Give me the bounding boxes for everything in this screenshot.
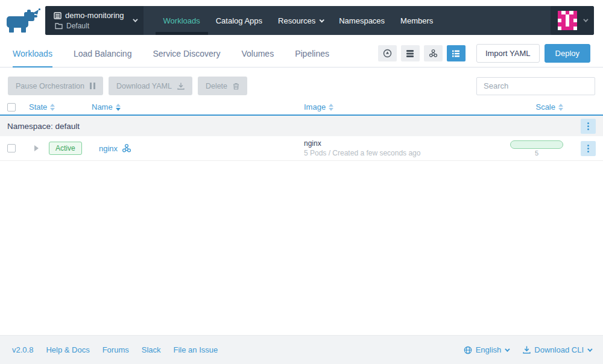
namespace-group-label: Namespace: default (7, 122, 80, 131)
namespace-menu-button[interactable] (581, 119, 596, 134)
chevron-down-icon (133, 17, 137, 22)
row-checkbox[interactable] (7, 144, 16, 152)
deploy-button[interactable]: Deploy (545, 44, 590, 63)
chevron-down-icon (583, 17, 588, 22)
footer-link-slack[interactable]: Slack (142, 345, 161, 354)
nav-item-resources[interactable]: Resources (270, 6, 331, 35)
bulk-actions-row: Pause Orchestration Download YAML Delete (0, 77, 603, 95)
select-all-checkbox[interactable] (7, 103, 16, 111)
list-view-icon[interactable] (447, 45, 466, 61)
tab-workloads[interactable]: Workloads (13, 40, 52, 67)
tab-service-discovery[interactable]: Service Discovery (153, 40, 220, 67)
tab-actions: Import YAML Deploy (378, 44, 590, 63)
stack-view-icon[interactable] (401, 45, 420, 61)
nav-item-workloads[interactable]: Workloads (156, 6, 208, 35)
nav-item-namespaces[interactable]: Namespaces (331, 6, 393, 35)
pause-orchestration-button[interactable]: Pause Orchestration (8, 77, 103, 95)
top-header: demo-monitoring Default Workloads Catalo… (0, 0, 603, 40)
download-cli-label: Download CLI (534, 345, 584, 354)
column-header-scale[interactable]: Scale (535, 102, 563, 111)
button-label: Pause Orchestration (16, 82, 84, 90)
workload-name-link[interactable]: nginx (99, 143, 131, 153)
nav-label: Workloads (163, 16, 200, 25)
sort-icon (329, 104, 333, 111)
cluster-project-selector[interactable]: demo-monitoring Default (45, 6, 144, 35)
language-selector[interactable]: English (464, 345, 509, 354)
section-tabbar: Workloads Load Balancing Service Discove… (0, 40, 603, 67)
chevron-down-icon (587, 347, 592, 351)
column-header-image[interactable]: Image (304, 102, 504, 111)
sort-icon (116, 104, 121, 111)
nav-label: Catalog Apps (216, 16, 262, 25)
workload-row-nginx: Active nginx nginx 5 Pods / Created a fe… (0, 136, 603, 161)
expand-row-icon[interactable] (34, 145, 39, 151)
download-cli-button[interactable]: Download CLI (523, 345, 591, 354)
cluster-project-labels: demo-monitoring Default (54, 11, 124, 30)
pod-view-icon[interactable] (378, 45, 397, 61)
user-menu[interactable] (551, 6, 594, 35)
scale-indicator: 5 (510, 140, 563, 157)
rancher-workloads-page: { "header": { "cluster": "demo-monitorin… (0, 0, 603, 364)
status-badge: Active (49, 142, 82, 155)
sort-icon (558, 104, 563, 111)
button-label: Download YAML (116, 82, 172, 90)
footer-link-help-docs[interactable]: Help & Docs (46, 345, 89, 354)
scale-bar (510, 140, 563, 149)
tab-load-balancing[interactable]: Load Balancing (74, 40, 132, 67)
nav-items: Workloads Catalog Apps Resources Namespa… (156, 6, 441, 35)
row-menu-button[interactable] (581, 141, 596, 156)
footer-right: English Download CLI (464, 345, 591, 354)
chevron-down-icon (505, 347, 510, 351)
hierarchy-view-icon[interactable] (424, 45, 443, 61)
column-label: Name (92, 102, 113, 111)
view-toggle-group (378, 45, 466, 61)
import-yaml-button[interactable]: Import YAML (476, 44, 540, 63)
scale-value: 5 (535, 149, 538, 157)
workload-name: nginx (99, 144, 118, 153)
search-input[interactable] (476, 77, 595, 95)
version-label: v2.0.8 (12, 345, 33, 354)
column-label: State (29, 102, 47, 111)
workload-type-icon (122, 143, 131, 153)
project-icon (55, 23, 63, 30)
table-header: State Name Image Scale (0, 99, 603, 116)
main-navbar: demo-monitoring Default Workloads Catalo… (45, 6, 594, 35)
rancher-logo (5, 7, 42, 34)
pause-icon (90, 83, 95, 89)
nav-item-catalog-apps[interactable]: Catalog Apps (208, 6, 270, 35)
chevron-down-icon (320, 17, 324, 22)
nav-label: Members (400, 16, 433, 25)
project-name: Default (66, 22, 89, 30)
footer-link-file-issue[interactable]: File an Issue (174, 345, 218, 354)
tab-volumes[interactable]: Volumes (241, 40, 274, 67)
globe-icon (464, 346, 472, 354)
column-header-state[interactable]: State (29, 102, 55, 111)
trash-icon (233, 83, 239, 90)
sort-icon (50, 104, 55, 111)
cluster-name: demo-monitoring (65, 11, 124, 20)
image-name: nginx (304, 139, 504, 148)
column-label: Scale (535, 102, 555, 111)
language-label: English (476, 345, 502, 354)
column-label: Image (304, 102, 326, 111)
cluster-icon (54, 12, 62, 19)
avatar (558, 11, 577, 30)
image-detail: 5 Pods / Created a few seconds ago (304, 149, 504, 157)
nav-label: Resources (278, 16, 315, 25)
download-icon (177, 83, 185, 90)
button-label: Delete (206, 82, 227, 90)
delete-button[interactable]: Delete (198, 77, 247, 95)
footer: v2.0.8 Help & Docs Forums Slack File an … (0, 335, 603, 364)
namespace-group-row: Namespace: default (0, 116, 603, 136)
footer-link-forums[interactable]: Forums (103, 345, 129, 354)
tab-pipelines[interactable]: Pipelines (295, 40, 329, 67)
download-icon (523, 346, 531, 354)
nav-label: Namespaces (339, 16, 385, 25)
download-yaml-button[interactable]: Download YAML (109, 77, 192, 95)
nav-item-members[interactable]: Members (393, 6, 441, 35)
column-header-name[interactable]: Name (92, 102, 121, 111)
